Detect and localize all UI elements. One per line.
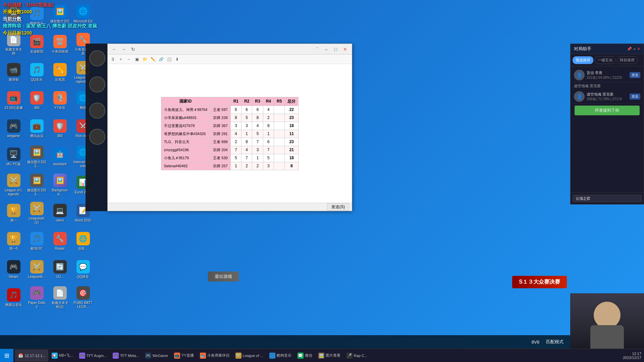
taskbar-item-wechat-label: 微信	[305, 353, 312, 358]
desktop-icon-pubg[interactable]: 🎯 PUBG BATTLECR...	[72, 284, 94, 311]
desktop-icon-repair[interactable]: 🔧 Repair	[49, 228, 71, 255]
close-btn[interactable]: ✕	[341, 45, 349, 53]
desktop-icon-leagueplic[interactable]: ⚔️ Leagueplic (2)	[26, 200, 48, 227]
desktop-icon-qqmusic[interactable]: 🎵 QQ音乐	[26, 59, 48, 86]
toolbar-zoom-in-btn[interactable]: +	[117, 56, 124, 63]
desktop-icon-assistant[interactable]: 🤖 assistant	[49, 143, 71, 170]
player-send-btn-1[interactable]: 发送	[630, 72, 640, 78]
send-button[interactable]: 发送(S)	[327, 203, 349, 211]
clock-date: 2023/12/17	[623, 356, 641, 360]
cell-player-id: 小鱼儿＃95179	[161, 154, 210, 162]
desktop-icon-1318[interactable]: 📺 13:18北直播	[3, 87, 24, 114]
nav-back-btn[interactable]: ←	[110, 45, 118, 53]
desktop-icon-kudeoc[interactable]: 🎵 酷等OC	[26, 228, 48, 255]
taskbar-item-kugou2[interactable]: 🎵 酷狗音乐	[267, 350, 294, 362]
taskbar-item-img[interactable]: 🖼️ 图片查看	[316, 350, 343, 362]
taskbar-item-wechat[interactable]: 💬 微信	[295, 350, 315, 362]
nav-refresh-btn[interactable]: ↻	[129, 45, 137, 53]
desktop-icon-qqzx[interactable]: 💬 QQ拼音	[72, 256, 94, 283]
desktop-icon-wximg2[interactable]: 🖼️ 微信图片2023...	[26, 172, 48, 198]
taskbar-item-nb[interactable]: 📢 NB+飞...	[49, 350, 76, 362]
taskbar-item-wegame[interactable]: 🎮 WeGame	[143, 350, 171, 362]
taskbar-item-nb-label: NB+飞...	[59, 353, 73, 358]
desktop-icon-client[interactable]: 💻 client	[49, 200, 71, 227]
taskbar-item-rap-label: Rap C...	[354, 354, 367, 358]
taskbar-kugou-icon: 🎵	[269, 353, 275, 359]
toolbar-link-btn[interactable]: 🔗	[157, 56, 165, 63]
cell-r5	[274, 106, 285, 114]
desktop-icon-diyi0[interactable]: 🏆 第一0	[3, 228, 24, 255]
desktop-icon-360b[interactable]: 🛡️ 360	[49, 115, 71, 142]
browser-window: ← → ↻ ··· – □ ✕ ∃ + − ▣ 📁 ✏️ 🔗 ⬜ ⬇	[107, 44, 352, 211]
exit-button[interactable]: 退出游戏	[208, 272, 239, 282]
toolbar-expand-btn[interactable]: ⬜	[165, 56, 173, 63]
sidebar-circle-1[interactable]	[89, 50, 105, 66]
minimize-btn[interactable]: –	[322, 45, 330, 53]
col-header-r3: R3	[252, 97, 263, 106]
taskbar-tft1-icon: 🎮	[79, 353, 85, 359]
desktop-icon-textdoc2[interactable]: 📄 新建文本文档(2)	[49, 284, 71, 311]
panel-tab-recommended[interactable]: 预选推荐	[573, 56, 593, 64]
desktop-icon-netease[interactable]: 🎵 网易云音乐	[3, 284, 24, 311]
nav-dots-btn[interactable]: ···	[314, 45, 321, 53]
taskbar: ⊞ 📅 12.17-12.1... 📢 NB+飞... 🎮 TFT Augm..…	[0, 349, 644, 362]
fiber-button[interactable]: 纤发提到了你	[575, 106, 640, 115]
sidebar-circle-3[interactable]	[89, 103, 105, 119]
window-controls: ··· – □ ✕	[314, 45, 349, 53]
webcam-person	[570, 293, 644, 349]
desktop-icon-iac[interactable]: 🖥️ IAC PC版	[3, 143, 24, 170]
taskbar-item-douyu[interactable]: 🐟 斗鱼弹幕伴侣	[197, 350, 232, 362]
desktop-icon-wximg[interactable]: 🖼️ 微信图片2023...	[26, 143, 48, 170]
desktop-icon-steam[interactable]: 🎮 Steam	[3, 256, 24, 283]
panel-tab-lineup[interactable]: 阵容推荐	[617, 56, 638, 64]
taskbar-item-rap[interactable]: 🎤 Rap C...	[344, 350, 370, 362]
desktop-icon-diyi[interactable]: 🏆 第一	[3, 200, 24, 227]
cell-r2: 8	[241, 138, 252, 146]
cell-r4: 4	[263, 106, 274, 114]
taskbar-start-button[interactable]: ⊞	[0, 349, 13, 362]
desktop-icon-leaguedii[interactable]: ⚔️ Leaguedii...	[26, 256, 48, 283]
maximize-btn[interactable]: □	[332, 45, 340, 53]
taskbar-item-date[interactable]: 📅 12.17-12.1...	[15, 350, 48, 362]
panel-minimize-btn[interactable]: –	[633, 47, 636, 51]
panel-tab-interact[interactable]: 一键互动	[595, 56, 615, 64]
toolbar-download-btn[interactable]: ⬇	[173, 56, 181, 63]
desktop-icon-background[interactable]: 🖼️ Background...	[49, 172, 71, 198]
taskbar-item-tft1[interactable]: 🎮 TFT Augm...	[76, 350, 109, 362]
cell-r1: 7	[230, 146, 241, 154]
desktop-icon-wegamex[interactable]: 📹 微录制	[3, 59, 24, 86]
cell-total: 23	[285, 138, 299, 146]
panel-search-input[interactable]	[573, 195, 642, 202]
desktop-icon-yyyu[interactable]: 🎙️ YY语音	[49, 87, 71, 114]
panel-pin-btn[interactable]: 📌	[627, 47, 632, 51]
player-send-btn-2[interactable]: 发送	[630, 94, 640, 100]
nav-forward-btn[interactable]: →	[120, 45, 128, 53]
toolbar-grid-btn[interactable]: ∃	[109, 56, 116, 63]
desktop-icon-wegame2[interactable]: 🎮 wegame	[3, 115, 24, 142]
sidebar-circle-4[interactable]	[89, 129, 105, 145]
toolbar-edit-btn[interactable]: ✏️	[149, 56, 157, 63]
desktop-icon-360[interactable]: 🛡️ 360	[26, 87, 48, 114]
desktop-icon-lol2[interactable]: ⚔️ League of Legends	[3, 172, 24, 198]
toolbar-zoom-out-btn[interactable]: −	[125, 56, 132, 63]
taskbar-item-yy[interactable]: 📺 YY直播	[171, 350, 197, 362]
table-row: 小鱼儿＃95179 王者 530 5 7 1 5 18	[161, 154, 299, 162]
score-table: 国家ID R1 R2 R3 R4 R5 总分 斗鱼南波儿、神男＃99754 王者…	[161, 97, 299, 170]
taskbar-item-lol[interactable]: ⚔️ League of ...	[233, 350, 266, 362]
sidebar-circle-2[interactable]	[89, 76, 105, 93]
toolbar-folder-btn[interactable]: 📁	[141, 56, 149, 63]
panel-close-btn[interactable]: ✕	[637, 47, 640, 51]
desktop-icon-tencent-meet[interactable]: 💼 腾讯会议	[26, 115, 48, 142]
desktop-icon-paperdolls[interactable]: 🎮 Paper Dolls 2	[26, 284, 48, 311]
desktop-icon-uu[interactable]: 🔄 UU...	[49, 256, 71, 283]
toolbar-fit-btn[interactable]: ▣	[133, 56, 141, 63]
cell-r5	[274, 154, 285, 162]
desktop-icon-chubi[interactable]: ✏️ 出笔思	[49, 59, 71, 86]
cell-r2: 4	[241, 146, 252, 154]
desktop-icon-chrome[interactable]: 🌐 谷歌...	[72, 228, 94, 255]
taskbar-nb-icon: 📢	[52, 353, 58, 359]
player-avatar-1: 👤	[574, 70, 585, 80]
taskbar-item-tft2[interactable]: 🎮 TFT Meta...	[110, 350, 142, 362]
cell-rank: 宗师 367	[210, 122, 230, 130]
browser-toolbar: ∃ + − ▣ 📁 ✏️ 🔗 ⬜ ⬇	[108, 55, 352, 64]
